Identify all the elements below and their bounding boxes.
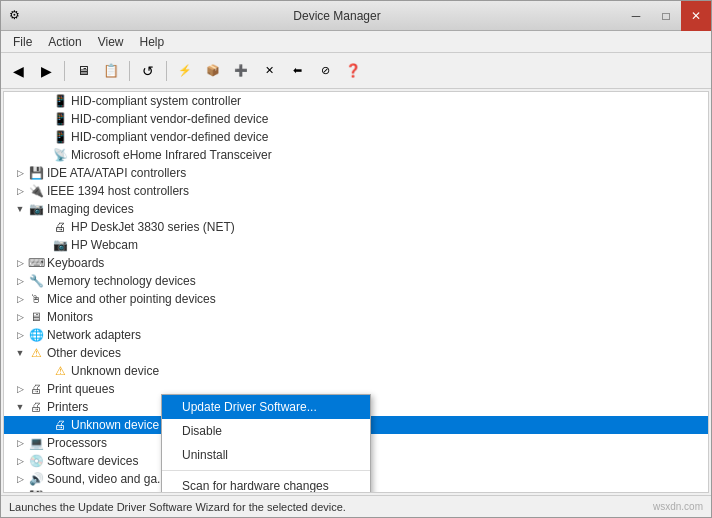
ctx-separator-1 xyxy=(162,470,370,471)
status-bar: Launches the Update Driver Software Wiza… xyxy=(1,495,711,517)
expand-icon: ▷ xyxy=(12,312,28,322)
ctx-uninstall[interactable]: Uninstall xyxy=(162,443,370,467)
ctx-scan[interactable]: Scan for hardware changes xyxy=(162,474,370,493)
refresh-button[interactable]: ↺ xyxy=(135,58,161,84)
expand-icon: ▷ xyxy=(12,168,28,178)
infrared-icon: 📡 xyxy=(52,147,68,163)
item-label: Software devices xyxy=(47,454,138,468)
disable-button[interactable]: ⊘ xyxy=(312,58,338,84)
item-label: Sound, video and ga... xyxy=(47,472,167,486)
item-label: Monitors xyxy=(47,310,93,324)
list-item[interactable]: ▷ 🖥 Monitors xyxy=(4,308,708,326)
list-item[interactable]: ▷ 🌐 Network adapters xyxy=(4,326,708,344)
expand-icon: ▷ xyxy=(12,384,28,394)
list-item[interactable]: ▷ 🖱 Mice and other pointing devices xyxy=(4,290,708,308)
item-label: IEEE 1394 host controllers xyxy=(47,184,189,198)
expand-icon: ▼ xyxy=(12,402,28,412)
hdd-icon: 💾 xyxy=(28,165,44,181)
item-label: Keyboards xyxy=(47,256,104,270)
expand-icon: ▷ xyxy=(12,294,28,304)
toolbar-separator-2 xyxy=(129,61,130,81)
keyboard-icon: ⌨ xyxy=(28,255,44,271)
item-label: Microsoft eHome Infrared Transceiver xyxy=(71,148,272,162)
camera-icon: 📷 xyxy=(28,201,44,217)
device-tree[interactable]: 📱 HID-compliant system controller 📱 HID-… xyxy=(3,91,709,493)
memory-icon: 🔧 xyxy=(28,273,44,289)
watermark: wsxdn.com xyxy=(653,501,703,512)
item-label: Network adapters xyxy=(47,328,141,342)
expand-icon: ▷ xyxy=(12,474,28,484)
list-item[interactable]: 📡 Microsoft eHome Infrared Transceiver xyxy=(4,146,708,164)
title-bar: ⚙ Device Manager ─ □ ✕ xyxy=(1,1,711,31)
list-item[interactable]: 📷 HP Webcam xyxy=(4,236,708,254)
item-label: Unknown device xyxy=(71,418,159,432)
item-label: IDE ATA/ATAPI controllers xyxy=(47,166,186,180)
list-item[interactable]: ▷ 💾 IDE ATA/ATAPI controllers xyxy=(4,164,708,182)
rollback-button[interactable]: ⬅ xyxy=(284,58,310,84)
ieee-icon: 🔌 xyxy=(28,183,44,199)
toolbar-separator-3 xyxy=(166,61,167,81)
list-item[interactable]: ▼ 📷 Imaging devices xyxy=(4,200,708,218)
item-label: Imaging devices xyxy=(47,202,134,216)
device-manager-window: ⚙ Device Manager ─ □ ✕ File Action View … xyxy=(0,0,712,518)
item-label: HID-compliant vendor-defined device xyxy=(71,112,268,126)
list-item[interactable]: 📱 HID-compliant vendor-defined device xyxy=(4,110,708,128)
window-icon: ⚙ xyxy=(9,8,25,24)
network-icon: 🌐 xyxy=(28,327,44,343)
back-button[interactable]: ◀ xyxy=(5,58,31,84)
item-label: Printers xyxy=(47,400,88,414)
item-label: Mice and other pointing devices xyxy=(47,292,216,306)
item-label: Storage controllers xyxy=(47,490,148,493)
window-title: Device Manager xyxy=(31,9,643,23)
menu-action[interactable]: Action xyxy=(40,33,89,51)
processor-icon: 💻 xyxy=(28,435,44,451)
hid-icon: 📱 xyxy=(52,129,68,145)
list-item[interactable]: 🖨 HP DeskJet 3830 series (NET) xyxy=(4,218,708,236)
uninstall-button[interactable]: ✕ xyxy=(256,58,282,84)
printers-icon: 🖨 xyxy=(28,399,44,415)
list-item[interactable]: ⚠ Unknown device xyxy=(4,362,708,380)
restore-button[interactable]: □ xyxy=(651,1,681,31)
expand-icon: ▷ xyxy=(12,492,28,493)
item-label: Memory technology devices xyxy=(47,274,196,288)
list-item[interactable]: ▷ 🔌 IEEE 1394 host controllers xyxy=(4,182,708,200)
other-devices-icon: ⚠ xyxy=(28,345,44,361)
list-item[interactable]: ▷ 🔧 Memory technology devices xyxy=(4,272,708,290)
toolbar: ◀ ▶ 🖥 📋 ↺ ⚡ 📦 ➕ ✕ ⬅ ⊘ ❓ xyxy=(1,53,711,89)
status-text: Launches the Update Driver Software Wiza… xyxy=(9,501,346,513)
minimize-button[interactable]: ─ xyxy=(621,1,651,31)
expand-icon: ▷ xyxy=(12,186,28,196)
close-button[interactable]: ✕ xyxy=(681,1,711,31)
hid-icon: 📱 xyxy=(52,93,68,109)
item-label: HID-compliant system controller xyxy=(71,94,241,108)
ctx-disable[interactable]: Disable xyxy=(162,419,370,443)
menu-bar: File Action View Help xyxy=(1,31,711,53)
list-item[interactable]: ▷ ⌨ Keyboards xyxy=(4,254,708,272)
context-menu: Update Driver Software... Disable Uninst… xyxy=(161,394,371,493)
expand-icon: ▷ xyxy=(12,456,28,466)
expand-icon: ▷ xyxy=(12,258,28,268)
toolbar-separator-1 xyxy=(64,61,65,81)
list-item[interactable]: 📱 HID-compliant system controller xyxy=(4,92,708,110)
webcam-icon: 📷 xyxy=(52,237,68,253)
list-item[interactable]: ▼ ⚠ Other devices xyxy=(4,344,708,362)
ctx-update-driver[interactable]: Update Driver Software... xyxy=(162,395,370,419)
help-button[interactable]: ❓ xyxy=(340,58,366,84)
menu-view[interactable]: View xyxy=(90,33,132,51)
computer-button[interactable]: 🖥 xyxy=(70,58,96,84)
unknown-icon: ⚠ xyxy=(52,363,68,379)
sound-icon: 🔊 xyxy=(28,471,44,487)
update-button[interactable]: 📦 xyxy=(200,58,226,84)
add-button[interactable]: ➕ xyxy=(228,58,254,84)
expand-icon: ▷ xyxy=(12,438,28,448)
menu-help[interactable]: Help xyxy=(132,33,173,51)
print-queue-icon: 🖨 xyxy=(28,381,44,397)
main-area: 📱 HID-compliant system controller 📱 HID-… xyxy=(1,89,711,495)
scan-button[interactable]: ⚡ xyxy=(172,58,198,84)
list-item[interactable]: 📱 HID-compliant vendor-defined device xyxy=(4,128,708,146)
menu-file[interactable]: File xyxy=(5,33,40,51)
storage-icon: 💾 xyxy=(28,489,44,493)
item-label: HP DeskJet 3830 series (NET) xyxy=(71,220,235,234)
properties-button[interactable]: 📋 xyxy=(98,58,124,84)
forward-button[interactable]: ▶ xyxy=(33,58,59,84)
